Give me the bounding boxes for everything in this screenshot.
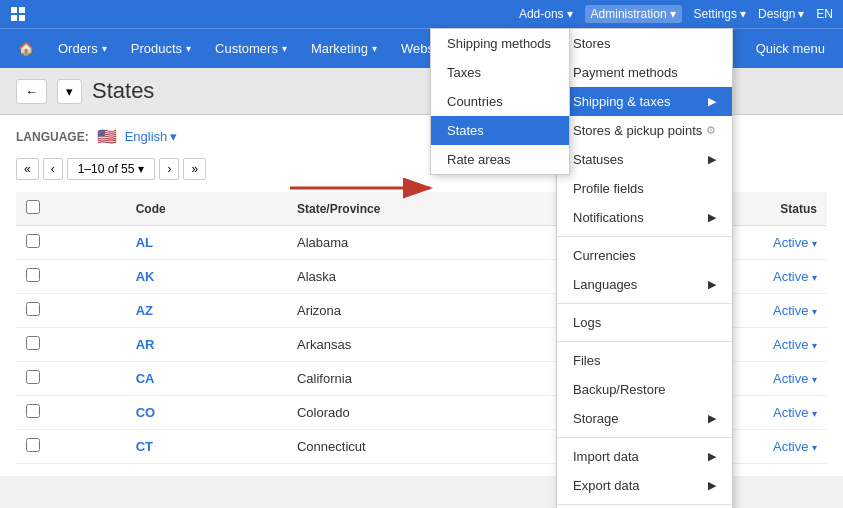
home-nav[interactable]: 🏠 [8,35,44,62]
svg-rect-2 [11,15,17,21]
submenu-countries[interactable]: Countries [431,87,569,116]
stores-pickup-icon: ⚙ [706,124,716,137]
settings-menu[interactable]: Settings ▾ [694,7,746,21]
administration-label: Administration [591,7,667,21]
lang-code: EN [816,7,833,21]
marketing-nav[interactable]: Marketing ▾ [301,35,387,62]
menu-stores-pickup[interactable]: Stores & pickup points ⚙ [557,116,732,145]
products-label: Products [131,41,182,56]
svg-rect-3 [19,15,25,21]
code-header: Code [126,192,287,226]
prev-page-button[interactable]: ‹ [43,158,63,180]
settings-label: Settings [694,7,737,21]
submenu-rate-areas[interactable]: Rate areas [431,145,569,174]
orders-nav[interactable]: Orders ▾ [48,35,117,62]
addons-menu[interactable]: Add-ons ▾ [519,7,573,21]
addons-label: Add-ons [519,7,564,21]
submenu-arrow-export: ▶ [708,479,716,492]
menu-notifications[interactable]: Notifications ▶ [557,203,732,232]
dropdown-button[interactable]: ▾ [57,79,82,104]
nav-left: 🏠 Orders ▾ Products ▾ Customers ▾ Market… [8,35,467,62]
row-checkbox[interactable] [16,260,126,294]
administration-menu-trigger[interactable]: Administration ▾ [585,5,682,23]
products-caret: ▾ [186,43,191,54]
menu-currencies[interactable]: Currencies [557,241,732,270]
orders-caret: ▾ [102,43,107,54]
menu-statuses[interactable]: Statuses ▶ [557,145,732,174]
row-checkbox[interactable] [16,430,126,464]
marketing-caret: ▾ [372,43,377,54]
submenu-shipping-methods[interactable]: Shipping methods [431,29,569,58]
marketing-label: Marketing [311,41,368,56]
menu-storage[interactable]: Storage ▶ [557,404,732,433]
menu-divider-2 [557,303,732,304]
customers-label: Customers [215,41,278,56]
row-checkbox[interactable] [16,294,126,328]
menu-shipping-taxes[interactable]: Shipping & taxes ▶ [557,87,732,116]
language-caret: ▾ [170,129,177,144]
menu-import-data[interactable]: Import data ▶ [557,442,732,471]
top-bar: Add-ons ▾ Administration ▾ Settings ▾ De… [0,0,843,28]
lang-switcher[interactable]: EN [816,7,833,21]
back-button[interactable]: ← [16,79,47,104]
last-page-button[interactable]: » [183,158,206,180]
page-info[interactable]: 1–10 of 55 ▾ [67,158,156,180]
submenu-states[interactable]: States [431,116,569,145]
menu-divider-5 [557,504,732,505]
menu-divider-3 [557,341,732,342]
administration-caret: ▾ [670,7,676,21]
submenu-taxes[interactable]: Taxes [431,58,569,87]
row-code: CA [126,362,287,396]
customers-caret: ▾ [282,43,287,54]
language-name: English [125,129,168,144]
row-checkbox[interactable] [16,328,126,362]
row-checkbox[interactable] [16,396,126,430]
language-label: LANGUAGE: [16,130,89,144]
addons-caret: ▾ [567,7,573,21]
design-caret: ▾ [798,7,804,21]
language-selector[interactable]: English ▾ [125,129,178,144]
page-title: States [92,78,154,104]
menu-divider-4 [557,437,732,438]
flag-icon: 🇺🇸 [97,127,117,146]
submenu-arrow-import: ▶ [708,450,716,463]
menu-files[interactable]: Files [557,346,732,375]
submenu-arrow-storage: ▶ [708,412,716,425]
design-menu[interactable]: Design ▾ [758,7,804,21]
svg-rect-0 [11,7,17,13]
menu-languages[interactable]: Languages ▶ [557,270,732,299]
quick-menu-button[interactable]: Quick menu [746,35,835,62]
products-nav[interactable]: Products ▾ [121,35,201,62]
home-icon: 🏠 [18,41,34,56]
row-code: AK [126,260,287,294]
submenu-arrow-statuses: ▶ [708,153,716,166]
row-code: AZ [126,294,287,328]
row-code: CT [126,430,287,464]
submenu-arrow-languages: ▶ [708,278,716,291]
select-all-checkbox[interactable] [26,200,40,214]
menu-divider-1 [557,236,732,237]
settings-caret: ▾ [740,7,746,21]
menu-payment-methods[interactable]: Payment methods [557,58,732,87]
row-code: CO [126,396,287,430]
orders-label: Orders [58,41,98,56]
menu-stores[interactable]: Stores [557,29,732,58]
svg-rect-1 [19,7,25,13]
customers-nav[interactable]: Customers ▾ [205,35,297,62]
checkbox-header [16,192,126,226]
top-bar-right: Add-ons ▾ Administration ▾ Settings ▾ De… [519,5,833,23]
page-info-caret: ▾ [138,162,144,176]
menu-profile-fields[interactable]: Profile fields [557,174,732,203]
row-checkbox[interactable] [16,226,126,260]
next-page-button[interactable]: › [159,158,179,180]
row-checkbox[interactable] [16,362,126,396]
admin-dropdown-menu: Stores Payment methods Shipping & taxes … [556,28,733,508]
first-page-button[interactable]: « [16,158,39,180]
menu-backup-restore[interactable]: Backup/Restore [557,375,732,404]
submenu-arrow-shipping: ▶ [708,95,716,108]
menu-export-data[interactable]: Export data ▶ [557,471,732,500]
row-code: AR [126,328,287,362]
submenu-arrow-notifications: ▶ [708,211,716,224]
top-bar-logo [10,6,26,22]
menu-logs[interactable]: Logs [557,308,732,337]
